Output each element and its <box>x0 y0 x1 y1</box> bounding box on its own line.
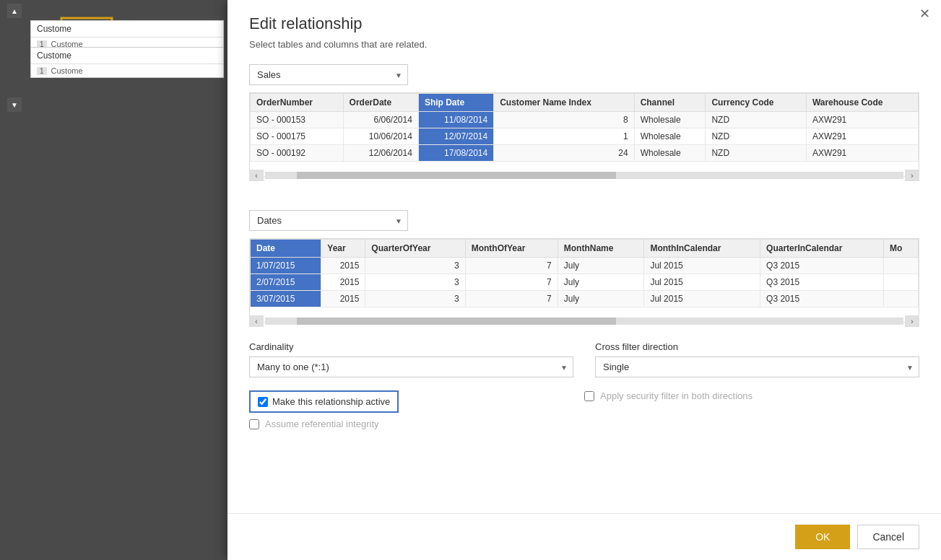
active-relationship-checkbox-wrapper[interactable]: Make this relationship active <box>249 390 399 413</box>
cell-currency: NZD <box>706 112 806 128</box>
table2-scroll-track[interactable] <box>265 318 903 325</box>
table1-scrollbar[interactable]: ‹ › <box>249 170 919 181</box>
security-filter-checkbox[interactable] <box>584 391 594 401</box>
svg-text:▼: ▼ <box>11 101 18 109</box>
col-quarterincalendar: QuarterInCalendar <box>760 240 884 258</box>
bottom-left: Make this relationship active Assume ref… <box>249 390 584 435</box>
cardinality-select-wrapper[interactable]: Many to one (*:1)One to one (1:1)One to … <box>249 356 573 377</box>
referential-integrity-checkbox[interactable] <box>249 419 259 429</box>
cancel-button[interactable]: Cancel <box>857 525 919 549</box>
ok-button[interactable]: OK <box>795 525 850 549</box>
table-row: SO - 000153 6/06/2014 11/08/2014 8 Whole… <box>251 112 919 128</box>
cell-currency: NZD <box>706 128 806 145</box>
table2-scroll-left[interactable]: ‹ <box>249 315 264 327</box>
table2-dropdown[interactable]: SalesDates <box>249 210 408 231</box>
table2-scrollbar[interactable]: ‹ › <box>249 315 919 327</box>
col-monthofyear: MonthOfYear <box>465 240 558 258</box>
table2-scroll-thumb <box>297 318 616 325</box>
cell-warehouse: AXW291 <box>806 112 918 128</box>
cell-mo <box>884 274 919 291</box>
cell-shipdate: 11/08/2014 <box>418 112 493 128</box>
table2-dropdown-wrapper[interactable]: SalesDates ▼ <box>249 210 408 231</box>
diagram-table-card-2: Custome 1 Custome <box>30 47 224 78</box>
cell-date: 3/07/2015 <box>251 291 321 307</box>
diagram-table-header-2: Custome <box>31 48 223 64</box>
table2-data: Date Year QuarterOfYear MonthOfYear Mont… <box>250 239 919 307</box>
cell-year: 2015 <box>321 258 365 274</box>
table1-scroll-left[interactable]: ‹ <box>249 170 264 181</box>
table1-scroll-right[interactable]: › <box>905 170 919 181</box>
security-filter-label: Apply security filter in both directions <box>600 390 753 401</box>
cell-monthincal: Jul 2015 <box>644 291 760 307</box>
cell-channel: Wholesale <box>634 128 706 145</box>
col-warehousecode: Warehouse Code <box>806 94 918 112</box>
active-relationship-checkbox[interactable] <box>258 397 268 407</box>
svg-rect-2 <box>7 97 22 112</box>
cell-channel: Wholesale <box>634 112 706 128</box>
table1-dropdown[interactable]: SalesDates <box>249 64 408 85</box>
cell-mo <box>884 291 919 307</box>
cell-warehouse: AXW291 <box>806 145 918 162</box>
col-monthincalendar: MonthInCalendar <box>644 240 760 258</box>
diagram-table-header-1: Custome <box>31 21 223 38</box>
dialog-content: ✕ Edit relationship Select tables and co… <box>227 0 941 513</box>
col-shipdate[interactable]: Ship Date <box>418 94 493 112</box>
cell-year: 2015 <box>321 274 365 291</box>
crossfilter-select-wrapper[interactable]: SingleBoth ▼ <box>595 356 919 377</box>
table1-dropdown-wrapper[interactable]: SalesDates ▼ <box>249 64 408 85</box>
cell-customerindex: 8 <box>494 112 634 128</box>
cell-monthname: July <box>558 274 644 291</box>
cell-currency: NZD <box>706 145 806 162</box>
cell-qoy: 3 <box>365 258 465 274</box>
table-row: SO - 000175 10/06/2014 12/07/2014 1 Whol… <box>251 128 919 145</box>
active-relationship-row[interactable]: Make this relationship active <box>249 390 584 413</box>
close-button[interactable]: ✕ <box>919 7 930 20</box>
cell-qoy: 3 <box>365 291 465 307</box>
cell-ordernumber: SO - 000192 <box>251 145 344 162</box>
cardinality-label: Cardinality <box>249 341 573 352</box>
options-row: Cardinality Many to one (*:1)One to one … <box>249 341 919 377</box>
cell-moy: 7 <box>465 291 558 307</box>
table1-data: OrderNumber OrderDate Ship Date Customer… <box>250 93 919 162</box>
cell-date: 2/07/2015 <box>251 274 321 291</box>
table-row: 1/07/2015 2015 3 7 July Jul 2015 Q3 2015 <box>251 258 919 274</box>
cell-moy: 7 <box>465 274 558 291</box>
cell-ordernumber: SO - 000175 <box>251 128 344 145</box>
diagram-panel: ▲ ▼ 1 1 Custome 1 Custome Custome 1 Cust… <box>0 0 227 560</box>
cell-shipdate: 17/08/2014 <box>418 145 493 162</box>
col-monthname: MonthName <box>558 240 644 258</box>
cell-qoy: 3 <box>365 274 465 291</box>
cell-quarterincal: Q3 2015 <box>760 274 884 291</box>
col-customernameindex[interactable]: Customer Name Index <box>494 94 634 112</box>
table2-header-row: Date Year QuarterOfYear MonthOfYear Mont… <box>251 240 919 258</box>
cell-monthname: July <box>558 291 644 307</box>
cell-moy: 7 <box>465 258 558 274</box>
cell-channel: Wholesale <box>634 145 706 162</box>
cell-quarterincal: Q3 2015 <box>760 291 884 307</box>
cell-customerindex: 24 <box>494 145 634 162</box>
cell-quarterincal: Q3 2015 <box>760 258 884 274</box>
col-year: Year <box>321 240 365 258</box>
cell-shipdate: 12/07/2014 <box>418 128 493 145</box>
cardinality-group: Cardinality Many to one (*:1)One to one … <box>249 341 573 377</box>
table1-scroll-track[interactable] <box>265 172 903 179</box>
cell-mo <box>884 258 919 274</box>
security-filter-row[interactable]: Apply security filter in both directions <box>584 390 919 401</box>
crossfilter-select[interactable]: SingleBoth <box>595 356 919 377</box>
crossfilter-group: Cross filter direction SingleBoth ▼ <box>595 341 919 377</box>
diagram-table-row-2: 1 Custome <box>31 64 223 77</box>
table2-scroll-right[interactable]: › <box>905 315 919 327</box>
cardinality-select[interactable]: Many to one (*:1)One to one (1:1)One to … <box>249 356 573 377</box>
svg-text:▲: ▲ <box>11 7 18 15</box>
referential-integrity-row[interactable]: Assume referential integrity <box>249 419 584 429</box>
table1-scroll-thumb <box>297 172 616 179</box>
table-row: 3/07/2015 2015 3 7 July Jul 2015 Q3 2015 <box>251 291 919 307</box>
cell-warehouse: AXW291 <box>806 128 918 145</box>
table1-container: OrderNumber OrderDate Ship Date Customer… <box>249 92 919 177</box>
col-quarterofyear: QuarterOfYear <box>365 240 465 258</box>
table-row: SO - 000192 12/06/2014 17/08/2014 24 Who… <box>251 145 919 162</box>
col-date[interactable]: Date <box>251 240 321 258</box>
cell-monthname: July <box>558 258 644 274</box>
dialog-footer: OK Cancel <box>227 513 941 560</box>
cell-orderdate: 12/06/2014 <box>343 145 418 162</box>
